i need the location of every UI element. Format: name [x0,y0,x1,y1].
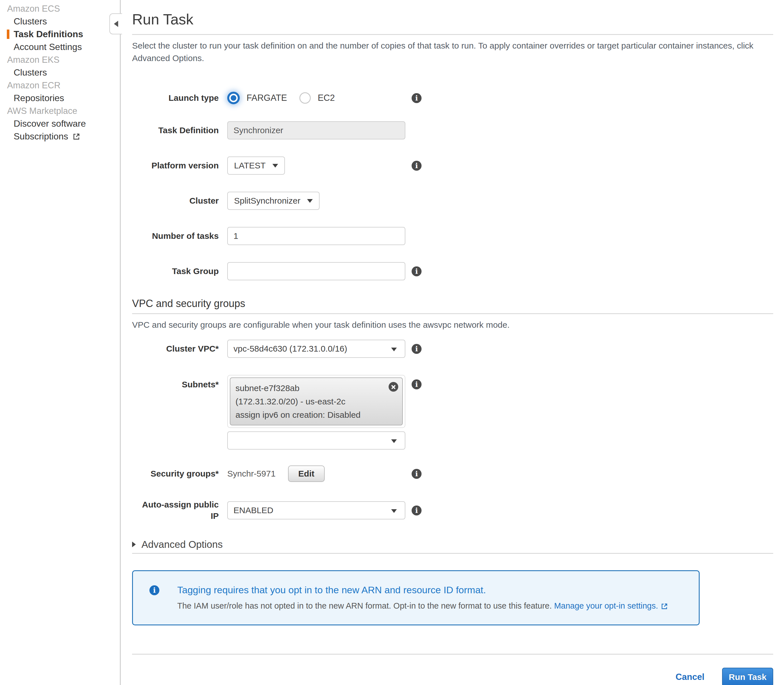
cluster-vpc-select[interactable]: vpc-58d4c630 (172.31.0.0/16) [227,340,405,358]
chevron-right-icon [132,542,136,547]
sidebar-item-account-settings[interactable]: Account Settings [0,41,120,54]
sidebar-header-amazon-ecs: Amazon ECS [0,2,120,15]
sidebar: Amazon ECS Clusters Task Definitions Acc… [0,0,121,685]
run-task-form: Launch type FARGATE EC2 i Task Definitio… [132,92,773,280]
subnet-chip-line-id: subnet-e7f328ab [235,381,397,395]
info-icon: i [149,585,159,595]
task-definition-label: Task Definition [132,125,219,136]
chevron-down-icon [273,164,278,167]
subnets-label: Subnets* [132,375,219,390]
chevron-down-icon [391,347,397,351]
tagging-info-banner: i Tagging requires that you opt in to th… [132,570,700,625]
page-title: Run Task [132,11,773,28]
launch-type-row: Launch type FARGATE EC2 i [132,92,773,104]
subnet-chip: subnet-e7f328ab (172.31.32.0/20) - us-ea… [230,377,403,425]
launch-type-radio-fargate[interactable] [227,92,240,104]
sidebar-item-task-definitions[interactable]: Task Definitions [0,28,120,41]
banner-title: Tagging requires that you opt in to the … [177,584,669,596]
main-content: Run Task Select the cluster to run your … [122,11,784,685]
auto-assign-ip-value: ENABLED [234,505,273,515]
subnets-selected-list: subnet-e7f328ab (172.31.32.0/20) - us-ea… [227,375,405,428]
task-definition-input [227,121,405,140]
chevron-down-icon [391,439,397,443]
subnets-add-select[interactable] [227,432,405,450]
platform-version-info-icon[interactable]: i [412,161,422,171]
task-group-label: Task Group [132,266,219,277]
cluster-row: Cluster SplitSynchronizer [132,192,773,210]
sidebar-item-eks-clusters[interactable]: Clusters [0,66,120,79]
platform-version-dropdown[interactable]: LATEST [227,156,285,175]
security-groups-row: Security groups* Synchr-5971 Edit i [132,466,773,482]
cluster-vpc-row: Cluster VPC* vpc-58d4c630 (172.31.0.0/16… [132,340,773,358]
sidebar-item-ecs-clusters[interactable]: Clusters [0,15,120,28]
page-description: Select the cluster to run your task defi… [132,39,773,65]
advanced-options-divider [132,553,773,554]
security-groups-info-icon[interactable]: i [412,469,422,479]
subnets-row: Subnets* subnet-e7f328ab (172.31.32.0/20… [132,375,773,450]
platform-version-value: LATEST [234,161,266,170]
chevron-down-icon [391,509,397,513]
cluster-dropdown[interactable]: SplitSynchronizer [227,192,320,210]
auto-assign-ip-info-icon[interactable]: i [412,505,422,515]
launch-type-radio-ec2[interactable] [299,92,311,104]
subnets-info-icon[interactable]: i [412,380,422,390]
footer-actions: Cancel Run Task [132,668,773,685]
subnet-chip-line-ipv6: assign ipv6 on creation: Disabled [235,408,397,422]
collapse-left-arrow-icon [114,21,118,27]
advanced-options-label: Advanced Options [141,539,223,550]
platform-version-row: Platform version LATEST i [132,156,773,175]
title-divider [132,34,773,35]
auto-assign-ip-row: Auto-assign public IP ENABLED i [132,499,773,522]
edit-security-groups-button[interactable]: Edit [288,466,325,482]
sidebar-header-amazon-eks: Amazon EKS [0,54,120,66]
vpc-section-divider [132,313,773,314]
advanced-options-toggle[interactable]: Advanced Options [132,539,773,550]
launch-type-radio-group: FARGATE EC2 [227,92,405,104]
cluster-value: SplitSynchronizer [234,196,300,206]
subnet-remove-icon[interactable] [389,382,398,392]
external-link-icon [661,602,669,610]
manage-opt-in-settings-link[interactable]: Manage your opt-in settings. [554,601,658,610]
number-of-tasks-label: Number of tasks [132,230,219,242]
footer-divider [132,654,773,655]
task-group-info-icon[interactable]: i [412,266,422,276]
task-group-row: Task Group i [132,262,773,280]
sidebar-header-aws-marketplace: AWS Marketplace [0,104,120,117]
chevron-down-icon [307,199,313,203]
cancel-button[interactable]: Cancel [675,672,704,682]
launch-type-option-fargate-label: FARGATE [247,93,287,103]
cluster-vpc-value: vpc-58d4c630 (172.31.0.0/16) [234,344,347,354]
sidebar-item-discover-software[interactable]: Discover software [0,117,120,130]
vpc-section-heading: VPC and security groups [132,297,773,310]
security-groups-label: Security groups* [132,468,219,479]
banner-text: The IAM user/role has not opted in to th… [177,600,669,612]
auto-assign-ip-select[interactable]: ENABLED [227,501,405,519]
cluster-label: Cluster [132,195,219,206]
sidebar-item-subscriptions[interactable]: Subscriptions [0,130,120,143]
auto-assign-ip-label: Auto-assign public IP [132,499,219,522]
launch-type-label: Launch type [132,92,219,104]
sidebar-collapse-button[interactable] [109,13,122,34]
task-group-input[interactable] [227,262,405,280]
security-groups-value: Synchr-5971 [227,469,276,479]
platform-version-label: Platform version [132,160,219,171]
external-link-icon [72,132,81,141]
number-of-tasks-input[interactable] [227,227,405,245]
launch-type-info-icon[interactable]: i [412,93,422,103]
subnet-chip-line-cidr: (172.31.32.0/20) - us-east-2c [235,395,397,408]
sidebar-header-amazon-ecr: Amazon ECR [0,79,120,92]
number-of-tasks-row: Number of tasks [132,227,773,245]
cluster-vpc-info-icon[interactable]: i [412,344,422,354]
vpc-section-description: VPC and security groups are configurable… [132,319,773,331]
run-task-button[interactable]: Run Task [722,668,773,685]
sidebar-item-repositories[interactable]: Repositories [0,92,120,104]
cluster-vpc-label: Cluster VPC* [132,343,219,354]
launch-type-option-ec2-label: EC2 [318,93,334,103]
task-definition-row: Task Definition [132,121,773,140]
